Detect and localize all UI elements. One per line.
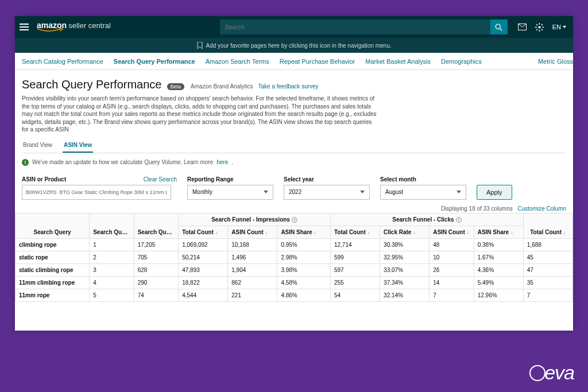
cell: 1.67% — [474, 251, 523, 263]
beta-badge: Beta — [167, 83, 185, 90]
cell: 0.38% — [474, 238, 523, 251]
group-impressions: Search Funnel - Impressions? — [179, 213, 331, 226]
cell: 18,822 — [179, 276, 228, 289]
sort-down-icon: ↓ — [563, 230, 566, 235]
cell: 3.98% — [277, 263, 331, 276]
global-search[interactable] — [220, 20, 508, 34]
eva-text: eva — [544, 362, 574, 384]
table-row[interactable]: static rope270550,2141,4962.98%59932.95%… — [16, 251, 573, 263]
cell: 705 — [134, 251, 179, 263]
cell: 862 — [228, 276, 277, 289]
customize-columns-link[interactable]: Customize Column — [518, 205, 566, 212]
cell: 1,904 — [228, 263, 277, 276]
cell: 50,214 — [179, 251, 228, 263]
help-icon[interactable]: ? — [292, 217, 297, 223]
svg-point-3 — [539, 26, 541, 28]
help-icon[interactable]: ? — [456, 217, 462, 223]
tab-amazon-search-terms[interactable]: Amazon Search Terms — [206, 58, 269, 65]
cell: 221 — [228, 289, 277, 301]
view-tabs: Brand View ASIN View — [22, 142, 566, 153]
brand-sub: seller central — [68, 21, 111, 30]
col-asin-share1[interactable]: ASIN Share↓ — [277, 226, 331, 238]
reporting-range-value: Monthly — [192, 189, 212, 195]
section-tabs: Search Catalog Performance Search Query … — [15, 53, 573, 70]
col-total1[interactable]: Total Count↓ — [179, 226, 228, 238]
feedback-survey-link[interactable]: Take a feedback survey — [258, 83, 319, 90]
cell: 7 — [430, 289, 474, 301]
col-asin-count1[interactable]: ASIN Count↓ — [228, 226, 277, 238]
chevron-down-icon — [360, 191, 365, 193]
year-label: Select year — [284, 176, 370, 183]
col-search-query[interactable]: Search Query — [16, 213, 90, 238]
tab-demographics[interactable]: Demographics — [441, 58, 482, 65]
mail-icon[interactable] — [518, 22, 527, 32]
apply-button[interactable]: Apply — [477, 185, 512, 200]
tab-asin-view[interactable]: ASIN View — [63, 142, 93, 153]
notice-learn-more-link[interactable]: here — [216, 159, 228, 165]
col-score[interactable]: Search Query Score↑ — [90, 213, 134, 238]
sort-down-icon: ↓ — [467, 230, 470, 235]
svg-line-11 — [536, 29, 537, 30]
tab-search-query-performance[interactable]: Search Query Performance — [114, 58, 195, 65]
clear-search-link[interactable]: Clear Search — [144, 176, 177, 183]
cell: 14 — [430, 276, 474, 289]
cell: 35 — [523, 276, 572, 289]
search-button[interactable] — [490, 20, 508, 34]
tab-brand-view[interactable]: Brand View — [22, 142, 53, 153]
chevron-down-icon — [264, 191, 268, 193]
page-source-label: Amazon Brand Analytics — [191, 83, 253, 90]
search-input[interactable] — [220, 24, 490, 30]
eva-logo: eva — [529, 362, 574, 384]
col-total3[interactable]: Total Count↓ — [523, 213, 572, 238]
tab-search-catalog-performance[interactable]: Search Catalog Performance — [22, 58, 103, 65]
search-query-table: Search Query Search Query Score↑ Search … — [15, 213, 573, 302]
sort-down-icon: ↓ — [265, 230, 268, 235]
month-select[interactable]: August — [380, 185, 466, 200]
chevron-down-icon — [563, 26, 566, 28]
hamburger-menu-icon[interactable] — [20, 21, 31, 33]
cell: 26 — [430, 263, 474, 276]
language-selector[interactable]: EN — [552, 24, 566, 30]
search-icon — [495, 24, 502, 31]
chevron-down-icon — [457, 191, 461, 193]
cell: 599 — [330, 251, 380, 263]
sort-down-icon: ↓ — [510, 230, 513, 235]
month-value: August — [385, 189, 403, 195]
update-notice: ! We've made an update to how we calcula… — [22, 159, 566, 166]
gear-icon[interactable] — [535, 22, 544, 32]
reporting-range-select[interactable]: Monthly — [187, 185, 273, 200]
col-asin-count2[interactable]: ASIN Count↓ — [430, 226, 474, 238]
cell: 45 — [523, 251, 572, 263]
col-asin-share2[interactable]: ASIN Share↓ — [474, 226, 523, 238]
col-total2[interactable]: Total Count↓ — [330, 226, 380, 238]
cell: 74 — [134, 289, 179, 301]
page-title: Search Query Performance — [22, 78, 161, 91]
cell: 48 — [430, 238, 474, 251]
columns-count-text: Displaying 18 of 33 columns — [441, 205, 513, 212]
tab-metric-glossary[interactable]: Metric Gloss — [538, 58, 573, 65]
cell: 11mm climbing rope — [16, 276, 90, 289]
tab-repeat-purchase-behavior[interactable]: Repeat Purchase Behavior — [280, 58, 355, 65]
year-select[interactable]: 2022 — [284, 185, 370, 200]
table-row[interactable]: climbing rope117,2051,069,09210,1680.95%… — [16, 238, 573, 251]
tab-market-basket-analysis[interactable]: Market Basket Analysis — [365, 58, 431, 65]
cell: 47 — [523, 263, 572, 276]
cell: 4,544 — [179, 289, 228, 301]
cell: 10,168 — [228, 238, 277, 251]
cell: 47,893 — [179, 263, 228, 276]
col-click-rate[interactable]: Click Rate↓ — [380, 226, 430, 238]
col-volume[interactable]: Search Query Volume↓ — [134, 213, 179, 238]
table-row[interactable]: 11mm rope5744,5442214.86%5432.14%712.96%… — [16, 289, 573, 301]
cell: 37.34% — [380, 276, 430, 289]
cell: 4.86% — [277, 289, 331, 301]
group-clicks: Search Funnel - Clicks? — [330, 213, 523, 226]
cell: 32.95% — [380, 251, 430, 263]
table-row[interactable]: static climbing rope362847,8931,9043.98%… — [16, 263, 573, 276]
cell: 33.07% — [380, 263, 430, 276]
asin-input[interactable] — [22, 185, 171, 200]
asin-label: ASIN or Product — [22, 176, 66, 183]
table-row[interactable]: 11mm climbing rope429018,8228624.58%2553… — [16, 276, 573, 289]
cell: 5.49% — [474, 276, 523, 289]
svg-point-0 — [496, 24, 500, 29]
year-value: 2022 — [289, 189, 301, 195]
